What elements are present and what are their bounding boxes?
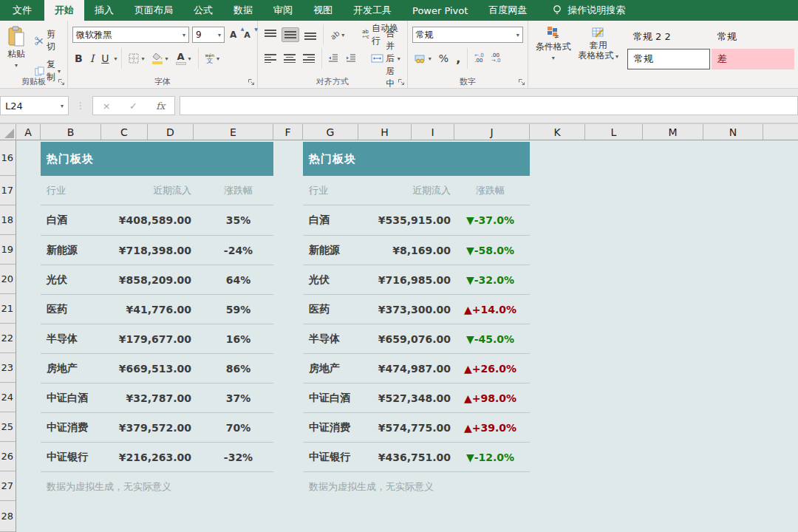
cell-change[interactable]: 59% bbox=[191, 304, 273, 316]
conditional-formatting-button[interactable]: ≠ 条件格式 ▾ bbox=[533, 24, 574, 76]
col-header-change[interactable]: 涨跌幅 bbox=[191, 184, 273, 197]
cell-change[interactable]: ▼-37.0% bbox=[451, 214, 530, 226]
ribbon-tab-页面布局[interactable]: 页面布局 bbox=[124, 0, 183, 21]
ribbon-tab-插入[interactable]: 插入 bbox=[84, 0, 124, 21]
cell-inflow[interactable]: ¥669,513.00 bbox=[112, 363, 191, 375]
alignment-dialog-launcher[interactable] bbox=[398, 78, 405, 86]
column-header-B[interactable]: B bbox=[41, 124, 101, 140]
column-header-N[interactable]: N bbox=[703, 124, 763, 140]
cell-change[interactable]: 35% bbox=[191, 214, 273, 226]
cell-change[interactable]: ▲+14.0% bbox=[451, 304, 530, 316]
cell-inflow[interactable]: ¥32,787.00 bbox=[112, 392, 191, 404]
row-header-23[interactable]: 23 bbox=[0, 353, 16, 383]
column-header-D[interactable]: D bbox=[148, 124, 194, 140]
cell-style-item[interactable]: 常规 2 2 bbox=[627, 27, 710, 47]
cell-industry[interactable]: 房地产 bbox=[41, 362, 112, 375]
align-left-button[interactable] bbox=[262, 52, 279, 64]
cell-industry[interactable]: 医药 bbox=[41, 303, 112, 316]
cell-change[interactable]: ▲+98.0% bbox=[451, 392, 530, 404]
col-header-change[interactable]: 涨跌幅 bbox=[451, 184, 530, 197]
ribbon-tab-开发工具[interactable]: 开发工具 bbox=[343, 0, 402, 21]
cell-inflow[interactable]: ¥216,263.00 bbox=[112, 451, 191, 463]
row-header-26[interactable]: 26 bbox=[0, 442, 16, 471]
cell-change[interactable]: 16% bbox=[191, 333, 273, 345]
cell-inflow[interactable]: ¥474,987.00 bbox=[362, 363, 451, 375]
orientation-button[interactable]: ab ▾ bbox=[328, 30, 347, 41]
column-header-E[interactable]: E bbox=[194, 124, 273, 140]
column-header-M[interactable]: M bbox=[643, 124, 703, 140]
clipboard-dialog-launcher[interactable] bbox=[58, 78, 65, 86]
cell-inflow[interactable]: ¥718,398.00 bbox=[112, 245, 191, 256]
col-header-inflow[interactable]: 近期流入 bbox=[112, 184, 191, 197]
underline-button[interactable]: U bbox=[99, 51, 111, 66]
cell-change[interactable]: -32% bbox=[191, 451, 273, 463]
cell-inflow[interactable]: ¥8,169.00 bbox=[362, 245, 451, 256]
phonetic-guide-button[interactable]: wén 文 ▾ bbox=[203, 52, 222, 66]
row-header-17[interactable]: 17 bbox=[0, 176, 16, 205]
cell-industry[interactable]: 中证消费 bbox=[303, 421, 362, 434]
cell-style-item[interactable]: 常规 bbox=[712, 27, 794, 47]
cell-change[interactable]: 64% bbox=[191, 274, 273, 286]
font-color-button[interactable]: A ▾ bbox=[174, 50, 194, 66]
comma-style-button[interactable]: , bbox=[454, 50, 463, 67]
grow-font-button[interactable]: A▲ bbox=[228, 28, 239, 41]
row-header-18[interactable]: 18 bbox=[0, 205, 16, 235]
cell-inflow[interactable]: ¥527,348.00 bbox=[362, 392, 451, 404]
decrease-indent-button[interactable] bbox=[326, 52, 341, 64]
cell-change[interactable]: ▼-12.0% bbox=[451, 451, 530, 463]
ribbon-tab-百度网盘[interactable]: 百度网盘 bbox=[478, 0, 537, 21]
decrease-decimal-button[interactable]: .00→.0 bbox=[489, 52, 503, 65]
table-title[interactable]: 热门板块 bbox=[41, 142, 273, 176]
cell-inflow[interactable]: ¥436,751.00 bbox=[362, 451, 451, 463]
table-footnote[interactable]: 数据为虚拟生成，无实际意义 bbox=[41, 471, 273, 501]
percent-style-button[interactable]: % bbox=[437, 51, 451, 66]
ribbon-tab-视图[interactable]: 视图 bbox=[303, 0, 343, 21]
column-header-J[interactable]: J bbox=[454, 124, 530, 140]
file-tab[interactable]: 文件 bbox=[0, 0, 44, 21]
name-box[interactable]: L24 ▾ bbox=[0, 96, 69, 115]
cell-industry[interactable]: 半导体 bbox=[303, 332, 362, 346]
column-header-C[interactable]: C bbox=[101, 124, 148, 140]
align-right-button[interactable] bbox=[301, 52, 317, 64]
cell-style-item[interactable]: 差 bbox=[712, 49, 794, 69]
format-as-table-button[interactable]: 套用表格格式 ▾ bbox=[574, 24, 623, 76]
cell-inflow[interactable]: ¥41,776.00 bbox=[112, 304, 191, 316]
cell-industry[interactable]: 中证白酒 bbox=[303, 392, 362, 405]
row-header-19[interactable]: 19 bbox=[0, 235, 16, 265]
column-header-I[interactable]: I bbox=[412, 124, 454, 140]
bold-button[interactable]: B bbox=[72, 51, 85, 66]
cell-change[interactable]: ▼-58.0% bbox=[451, 245, 530, 256]
align-center-button[interactable] bbox=[282, 52, 298, 64]
cell-change[interactable]: ▼-45.0% bbox=[451, 333, 530, 345]
row-header-28[interactable]: 28 bbox=[0, 501, 16, 532]
cell-inflow[interactable]: ¥408,589.00 bbox=[112, 214, 191, 226]
cell-industry[interactable]: 新能源 bbox=[41, 244, 112, 257]
column-header-A[interactable]: A bbox=[16, 124, 41, 140]
font-name-combo[interactable]: 微软雅黑 ▾ bbox=[72, 27, 189, 43]
cell-change[interactable]: ▲+26.0% bbox=[451, 363, 530, 375]
cell-inflow[interactable]: ¥535,915.00 bbox=[362, 214, 451, 226]
row-header-16[interactable]: 16 bbox=[0, 140, 16, 176]
row-header-24[interactable]: 24 bbox=[0, 383, 16, 412]
align-bottom-button[interactable] bbox=[302, 28, 318, 41]
cell-industry[interactable]: 新能源 bbox=[303, 244, 362, 257]
cell-industry[interactable]: 房地产 bbox=[303, 362, 362, 375]
cell-inflow[interactable]: ¥373,300.00 bbox=[362, 304, 451, 316]
cell-industry[interactable]: 半导体 bbox=[41, 332, 112, 346]
cell-industry[interactable]: 白酒 bbox=[303, 214, 362, 227]
cell-inflow[interactable]: ¥858,209.00 bbox=[112, 274, 191, 286]
row-header-20[interactable]: 20 bbox=[0, 265, 16, 294]
align-top-button[interactable] bbox=[262, 28, 279, 41]
underline-caret-icon[interactable]: ▾ bbox=[114, 55, 117, 62]
column-header-F[interactable]: F bbox=[273, 124, 303, 140]
cell-style-item[interactable]: 常规 bbox=[627, 49, 710, 69]
column-header-G[interactable]: G bbox=[303, 124, 358, 140]
cell-industry[interactable]: 光伏 bbox=[303, 273, 362, 287]
row-header-25[interactable]: 25 bbox=[0, 412, 16, 442]
column-header-K[interactable]: K bbox=[530, 124, 585, 140]
cell-inflow[interactable]: ¥379,572.00 bbox=[112, 422, 191, 434]
cell-change[interactable]: -24% bbox=[191, 245, 273, 256]
accounting-format-button[interactable]: ▾ bbox=[412, 52, 434, 65]
formula-input[interactable] bbox=[180, 96, 798, 115]
col-header-industry[interactable]: 行业 bbox=[303, 184, 362, 197]
